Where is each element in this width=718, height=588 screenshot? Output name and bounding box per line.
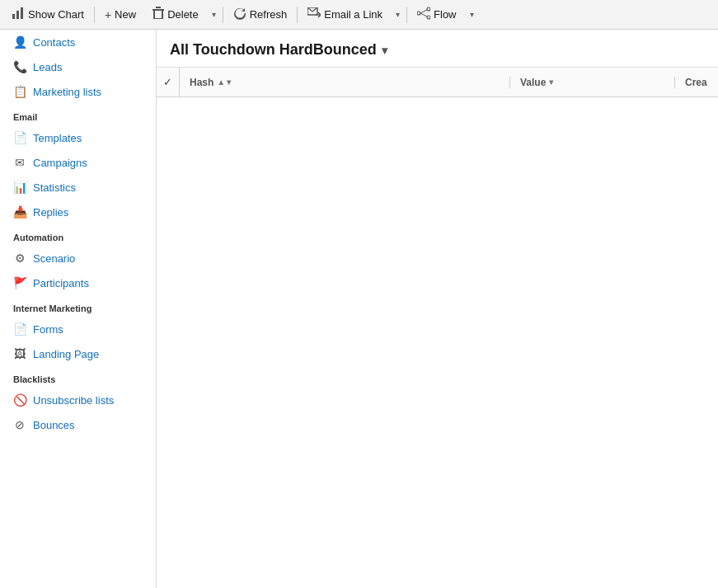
flow-dropdown-button[interactable]: ▾ [465,0,479,29]
sidebar-scroll: 👤 Contacts 📞 Leads 📋 Marketing lists Ema… [0,30,156,588]
svg-point-10 [417,12,420,15]
svg-point-12 [427,16,430,19]
sidebar-item-unsubscribe-lists-label: Unsubscribe lists [33,394,114,407]
separator-1 [94,7,95,23]
chart-icon [12,7,25,22]
sidebar-item-bounces[interactable]: ⊘ Bounces [0,412,156,437]
svg-rect-0 [12,14,15,19]
new-label: New [115,8,136,21]
campaigns-icon: ✉ [13,156,26,169]
value-column-label: Value [520,77,546,88]
sidebar-item-contacts[interactable]: 👤 Contacts [0,30,156,54]
plus-icon: + [105,8,111,21]
svg-line-13 [420,10,427,13]
sidebar-item-contacts-label: Contacts [33,36,75,49]
sidebar-item-landing-page-label: Landing Page [33,348,99,360]
sidebar-item-statistics-label: Statistics [33,181,76,194]
sidebar-item-unsubscribe-lists[interactable]: 🚫 Unsubscribe lists [0,388,156,412]
svg-rect-4 [156,7,161,8]
forms-icon: 📄 [13,322,26,336]
replies-icon: 📥 [13,205,26,219]
svg-rect-6 [162,11,163,19]
content-title-text: All Touchdown HardBounced [170,41,377,59]
new-button[interactable]: + New [96,0,144,29]
flow-icon [417,7,430,22]
sidebar-item-marketing-lists-label: Marketing lists [33,86,101,98]
sidebar-item-campaigns[interactable]: ✉ Campaigns [0,150,156,175]
statistics-icon: 📊 [13,181,26,194]
delete-label: Delete [167,8,199,21]
templates-icon: 📄 [13,131,26,144]
hash-sort-desc[interactable]: ▾ [227,78,231,87]
delete-button[interactable]: Delete [144,0,207,29]
email-link-icon [307,7,321,21]
separator-2 [223,7,223,23]
sidebar-item-participants-label: Participants [33,277,89,289]
delete-dropdown-button[interactable]: ▾ [207,0,221,29]
email-section-label: Email [0,104,156,125]
sidebar-item-scenario[interactable]: ⚙ Scenario [0,246,156,270]
svg-rect-7 [153,18,163,19]
separator-4 [406,7,407,23]
sidebar-group-main: 👤 Contacts 📞 Leads 📋 Marketing lists [0,30,156,104]
scenario-icon: ⚙ [13,252,26,265]
hash-column-label: Hash [190,77,214,88]
main-area: 👤 Contacts 📞 Leads 📋 Marketing lists Ema… [0,30,718,588]
svg-line-14 [420,13,427,16]
toolbar: Show Chart + New Delete ▾ Refresh [0,0,718,30]
hash-sort-arrows: ▲ ▾ [217,78,231,87]
sidebar-item-marketing-lists[interactable]: 📋 Marketing lists [0,79,156,104]
sidebar-item-leads-label: Leads [33,61,62,73]
table-col-value: Value ▾ [509,77,674,88]
hash-sort-asc[interactable]: ▲ [217,78,225,87]
sidebar-item-landing-page[interactable]: 🖼 Landing Page [0,341,156,366]
landing-page-icon: 🖼 [13,347,26,360]
sidebar-item-forms[interactable]: 📄 Forms [0,317,156,341]
table-body [157,97,718,588]
email-link-dropdown-button[interactable]: ▾ [391,0,405,29]
unsubscribe-lists-icon: 🚫 [13,393,26,407]
sidebar-item-replies[interactable]: 📥 Replies [0,200,156,224]
content-title: All Touchdown HardBounced ▾ [170,41,387,59]
email-link-button[interactable]: Email a Link [299,0,391,29]
title-dropdown-icon[interactable]: ▾ [382,44,387,57]
sidebar-item-statistics[interactable]: 📊 Statistics [0,175,156,200]
value-sort-desc[interactable]: ▾ [549,78,553,87]
sidebar-item-scenario-label: Scenario [33,252,75,265]
show-chart-label: Show Chart [28,8,84,21]
check-icon[interactable]: ✓ [163,76,172,88]
sidebar-group-internet-marketing: Internet Marketing 📄 Forms 🖼 Landing Pag… [0,295,156,366]
table-check-column: ✓ [157,68,180,96]
contacts-icon: 👤 [13,35,26,49]
sidebar-item-participants[interactable]: 🚩 Participants [0,270,156,295]
sidebar-group-blacklists: Blacklists 🚫 Unsubscribe lists ⊘ Bounces [0,366,156,437]
svg-rect-2 [21,7,23,19]
table-col-hash: Hash ▲ ▾ [180,77,509,88]
refresh-label: Refresh [250,8,288,21]
sidebar-item-campaigns-label: Campaigns [33,157,87,169]
flow-label: Flow [434,8,456,21]
content-area: All Touchdown HardBounced ▾ ✓ Hash ▲ ▾ V… [157,30,718,588]
flow-button[interactable]: Flow [409,0,464,29]
created-column-label: Crea [685,77,707,88]
svg-rect-1 [16,11,19,19]
svg-point-11 [427,7,430,11]
bounces-icon: ⊘ [13,418,26,431]
sidebar-item-bounces-label: Bounces [33,419,75,431]
refresh-icon [233,7,246,22]
sidebar-item-replies-label: Replies [33,206,68,219]
sidebar-item-leads[interactable]: 📞 Leads [0,54,156,79]
participants-icon: 🚩 [13,276,26,289]
show-chart-button[interactable]: Show Chart [3,0,92,29]
sidebar-item-templates[interactable]: 📄 Templates [0,125,156,150]
leads-icon: 📞 [13,60,26,73]
email-link-label: Email a Link [324,8,382,21]
sidebar-group-email: Email 📄 Templates ✉ Campaigns 📊 Statisti… [0,104,156,224]
marketing-lists-icon: 📋 [13,85,26,98]
svg-rect-5 [153,11,155,19]
internet-marketing-section-label: Internet Marketing [0,295,156,317]
blacklists-section-label: Blacklists [0,366,156,388]
refresh-button[interactable]: Refresh [225,0,296,29]
trash-icon [153,7,164,22]
content-header: All Touchdown HardBounced ▾ [157,30,718,68]
